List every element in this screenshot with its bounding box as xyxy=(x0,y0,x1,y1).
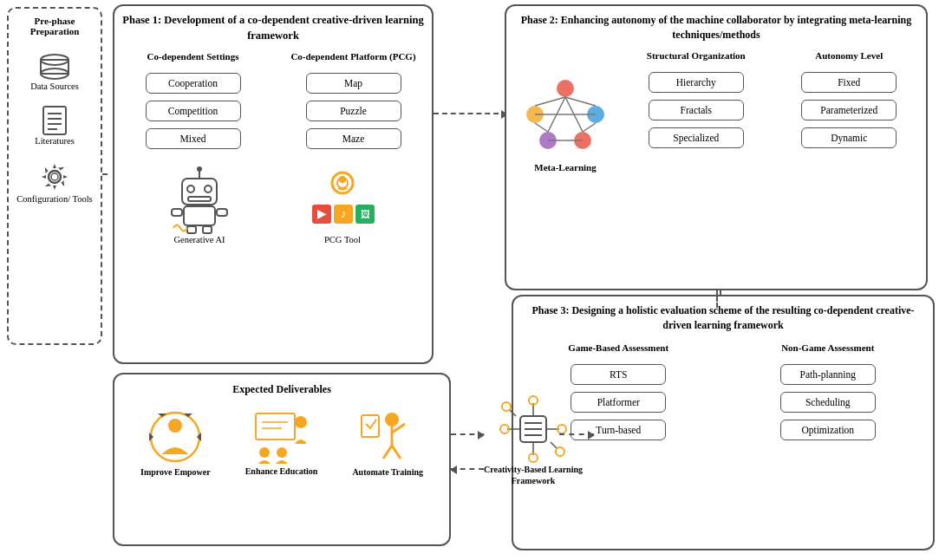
cylinder-icon xyxy=(38,54,71,81)
svg-rect-13 xyxy=(188,197,211,201)
path-planning-box: Path-planning xyxy=(780,364,876,385)
pcg-tool-label: PCG Tool xyxy=(324,235,361,244)
arrow-creativity-phase3 xyxy=(559,433,594,435)
scheduling-box: Scheduling xyxy=(780,392,876,413)
svg-rect-3 xyxy=(43,107,66,134)
phase2-title: Phase 2: Enhancing autonomy of the machi… xyxy=(513,13,919,42)
arrow-phase1-phase2 xyxy=(434,113,507,114)
hierarchy-box: Hierarchy xyxy=(649,72,744,93)
meta-learning-label: Meta-Learning xyxy=(534,162,596,173)
automate-icon xyxy=(357,407,418,467)
education-icon xyxy=(251,405,312,466)
empower-icon xyxy=(145,407,205,467)
phase1-col-settings: Co-dependent Settings Cooperation Compet… xyxy=(121,50,264,153)
meta-learning-section: Meta-Learning xyxy=(513,75,617,173)
arrow-deliverables-creativity xyxy=(451,433,484,435)
svg-rect-20 xyxy=(203,226,212,233)
config-tools-item: Configuration/ Tools xyxy=(16,160,92,204)
svg-line-37 xyxy=(535,123,548,132)
improve-empower-label: Improve Empower xyxy=(140,467,211,477)
literatures-label: Literatures xyxy=(35,136,74,146)
svg-rect-56 xyxy=(362,415,379,437)
generative-ai-label: Generative AI xyxy=(173,235,225,244)
svg-point-50 xyxy=(277,447,287,458)
optimization-box: Optimization xyxy=(780,420,876,440)
svg-point-15 xyxy=(197,166,202,172)
creativity-hub-icon xyxy=(494,394,572,464)
map-box: Map xyxy=(306,73,401,94)
gear-icon xyxy=(37,160,72,194)
svg-text:🖼: 🖼 xyxy=(361,209,370,219)
robot-icon xyxy=(165,166,234,235)
svg-line-71 xyxy=(551,442,557,448)
svg-rect-18 xyxy=(217,209,227,216)
svg-text:♪: ♪ xyxy=(341,207,347,220)
parameterized-box: Parameterized xyxy=(801,100,897,120)
generative-ai-item: Generative AI xyxy=(165,166,234,244)
deliverables-box: Expected Deliverables Improve Emp xyxy=(113,373,451,546)
phase1-col-platform: Co-dependent Platform (PCG) Map Puzzle M… xyxy=(282,50,425,153)
data-sources-label: Data Sources xyxy=(30,81,79,91)
phase2-col-autonomy: Autonomy Level Fixed Parameterized Dynam… xyxy=(779,49,920,152)
svg-rect-16 xyxy=(184,206,215,225)
svg-point-11 xyxy=(187,186,194,192)
col-header-platform: Co-dependent Platform (PCG) xyxy=(290,50,415,62)
doc-icon xyxy=(42,105,68,136)
svg-point-72 xyxy=(556,447,564,456)
literatures-item: Literatures xyxy=(35,105,74,146)
svg-point-49 xyxy=(259,447,270,458)
fractals-box: Fractals xyxy=(649,100,744,120)
automate-training-item: Automate Training xyxy=(352,407,423,477)
fixed-box: Fixed xyxy=(801,72,897,93)
enhance-education-item: Enhance Education xyxy=(245,405,318,477)
pre-phase-box: Pre-phase Preparation Data Sources Liter… xyxy=(7,7,102,345)
pcg-tool-item: ▶ ♪ 🖼 PCG Tool xyxy=(303,166,381,244)
svg-point-12 xyxy=(205,186,212,192)
svg-line-54 xyxy=(392,446,401,459)
phase1-icons: Generative AI ▶ ♪ 🖼 xyxy=(121,166,425,244)
svg-rect-45 xyxy=(256,413,295,440)
maze-box: Maze xyxy=(306,128,401,149)
meta-learning-icon xyxy=(518,75,613,162)
deliverables-title: Expected Deliverables xyxy=(123,383,440,396)
phase2-columns: Structural Organization Hierarchy Fracta… xyxy=(626,49,919,152)
rts-box: RTS xyxy=(571,364,666,385)
svg-line-69 xyxy=(510,410,516,416)
phase2-content: Meta-Learning Structural Organization Hi… xyxy=(513,49,919,173)
dynamic-box: Dynamic xyxy=(801,127,897,148)
nongame-assessment-header: Non-Game Assessment xyxy=(781,342,874,354)
config-tools-label: Configuration/ Tools xyxy=(16,194,92,204)
svg-rect-19 xyxy=(187,226,196,233)
svg-point-51 xyxy=(385,413,399,427)
phase1-title: Phase 1: Development of a co-dependent c… xyxy=(121,13,425,43)
svg-point-30 xyxy=(557,80,574,97)
phase3-title: Phase 3: Designing a holistic evaluation… xyxy=(520,303,926,333)
puzzle-box: Puzzle xyxy=(306,101,401,121)
svg-point-70 xyxy=(502,402,511,411)
svg-line-36 xyxy=(565,97,596,106)
data-sources-item: Data Sources xyxy=(30,54,79,91)
competition-box: Competition xyxy=(146,101,241,121)
svg-line-38 xyxy=(583,123,596,132)
col-header-settings: Co-dependent Settings xyxy=(147,50,238,62)
svg-point-44 xyxy=(168,419,182,433)
creativity-label: Creativity-Based Learning Framework xyxy=(481,464,585,486)
phase2-col-structural: Structural Organization Hierarchy Fracta… xyxy=(626,49,766,152)
arrow-creativity-deliverables xyxy=(451,468,484,470)
phase1-columns: Co-dependent Settings Cooperation Compet… xyxy=(121,50,425,153)
deliverables-icons: Improve Empower xyxy=(123,405,440,477)
phase1-box: Phase 1: Development of a co-dependent c… xyxy=(113,4,434,364)
svg-line-35 xyxy=(535,97,565,106)
svg-rect-17 xyxy=(172,209,182,216)
specialized-box: Specialized xyxy=(649,127,744,148)
cooperation-box: Cooperation xyxy=(146,73,241,94)
creativity-box: Creativity-Based Learning Framework xyxy=(481,394,585,486)
game-assessment-header: Game-Based Assessment xyxy=(568,342,668,354)
svg-text:▶: ▶ xyxy=(317,207,327,220)
enhance-education-label: Enhance Education xyxy=(245,466,318,477)
structural-org-header: Structural Organization xyxy=(647,49,746,62)
svg-line-55 xyxy=(383,446,392,459)
automate-training-label: Automate Training xyxy=(352,467,423,477)
improve-empower-item: Improve Empower xyxy=(140,407,211,477)
svg-point-9 xyxy=(51,173,58,180)
